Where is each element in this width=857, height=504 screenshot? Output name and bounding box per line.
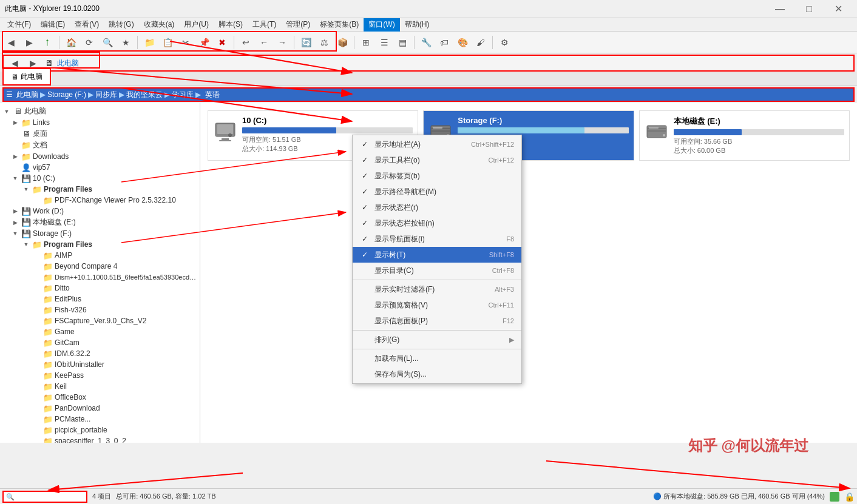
path-storage[interactable]: Storage (F:) bbox=[47, 90, 86, 99]
tab-thispc[interactable]: 🖥 此电脑 bbox=[2, 68, 51, 86]
tree-vip57[interactable]: 👤 vip57 bbox=[0, 162, 200, 173]
tree-fscapture[interactable]: 📁 FSCapture_Ver.9.0_Chs_V2 bbox=[0, 315, 200, 326]
drive-e[interactable]: 本地磁盘 (E:) 可用空间: 35.66 GB 总大小: 60.00 GB bbox=[639, 110, 850, 161]
tree-aimp[interactable]: 📁 AIMP bbox=[0, 250, 200, 261]
new-folder-button[interactable]: 📁 bbox=[141, 34, 158, 51]
path-jianguo[interactable]: 我的坚果云 bbox=[126, 90, 163, 100]
tree-idm[interactable]: 📁 IDM.6.32.2 bbox=[0, 348, 200, 359]
cm-save-layout[interactable]: 保存布局为(S)... bbox=[353, 366, 521, 382]
menu-view[interactable]: 查看(V) bbox=[70, 18, 104, 32]
tree-desktop[interactable]: 🖥 桌面 bbox=[0, 128, 200, 139]
path-synclib[interactable]: 同步库 bbox=[95, 90, 117, 100]
tree-storagef[interactable]: ▼ 💾 Storage (F:) bbox=[0, 228, 200, 239]
home-button[interactable]: 🏠 bbox=[63, 34, 80, 51]
delete-button[interactable]: ✖ bbox=[214, 34, 231, 51]
tree-thispc[interactable]: ▼ 🖥 此电脑 bbox=[0, 106, 200, 117]
menu-config[interactable]: 管理(P) bbox=[281, 18, 315, 32]
color-button[interactable]: 🎨 bbox=[454, 34, 471, 51]
arrow-left-button[interactable]: ← bbox=[256, 34, 273, 51]
path-thispc[interactable]: 此电脑 bbox=[16, 90, 38, 100]
tree-spacesniffer[interactable]: 📁 spacesniffer_1_3_0_2 bbox=[0, 435, 200, 443]
statusbar-search[interactable] bbox=[2, 491, 87, 503]
menu-file[interactable]: 文件(F) bbox=[2, 18, 36, 32]
archive-button[interactable]: 📦 bbox=[334, 34, 351, 51]
forward-button[interactable]: ▶ bbox=[21, 34, 38, 51]
menu-help[interactable]: 帮助(H) bbox=[400, 18, 435, 32]
cm-show-nav[interactable]: ✓ 显示导航面板(i) F8 bbox=[353, 231, 521, 247]
tree-fishv326[interactable]: 📁 Fish-v326 bbox=[0, 304, 200, 315]
cm-show-tabs[interactable]: ✓ 显示标签页(b) bbox=[353, 168, 521, 184]
tree-ditto[interactable]: 📁 Ditto bbox=[0, 283, 200, 294]
filter-button[interactable]: 🔧 bbox=[418, 34, 435, 51]
tree-gitcam[interactable]: 📁 GitCam bbox=[0, 337, 200, 348]
sync-button[interactable]: 🔄 bbox=[297, 34, 314, 51]
menu-window[interactable]: 窗口(W) bbox=[364, 18, 399, 32]
menu-edit[interactable]: 编辑(E) bbox=[36, 18, 70, 32]
undo-button[interactable]: ↩ bbox=[237, 34, 254, 51]
menu-user[interactable]: 用户(U) bbox=[179, 18, 214, 32]
cm-show-status[interactable]: ✓ 显示状态栏(r) bbox=[353, 200, 521, 215]
path-studylib[interactable]: 学习库 bbox=[172, 90, 194, 100]
tree-documents[interactable]: 📁 文档 bbox=[0, 139, 200, 151]
cm-show-preview[interactable]: 显示预览窗格(V) Ctrl+F11 bbox=[353, 297, 521, 313]
drive-c-bar-container bbox=[242, 127, 413, 133]
close-button[interactable]: ✕ bbox=[824, 0, 852, 18]
tree-pcmaster[interactable]: 📁 PCMaste... bbox=[0, 414, 200, 425]
cm-arrange[interactable]: 排列(G) ▶ bbox=[353, 332, 521, 348]
cm-show-addr[interactable]: ✓ 显示地址栏(A) Ctrl+Shift+F12 bbox=[353, 136, 521, 152]
tree-workd[interactable]: ▶ 💾 Work (D:) bbox=[0, 206, 200, 217]
tree-beyondcompare[interactable]: 📁 Beyond Compare 4 bbox=[0, 261, 200, 272]
tree-10c[interactable]: ▼ 💾 10 (C:) bbox=[0, 173, 200, 184]
menu-favorites[interactable]: 收藏夹(a) bbox=[139, 18, 180, 32]
cut-button[interactable]: ✂ bbox=[177, 34, 194, 51]
refresh-button[interactable]: ⟳ bbox=[81, 34, 98, 51]
tree-keil[interactable]: 📁 Keil bbox=[0, 381, 200, 392]
cm-show-tree[interactable]: ✓ 显示树(T) Shift+F8 bbox=[353, 247, 521, 263]
cm-show-dir[interactable]: 显示目录(C) Ctrl+F8 bbox=[353, 263, 521, 278]
menu-tabs[interactable]: 标签页集(B) bbox=[315, 18, 364, 32]
menu-script[interactable]: 脚本(S) bbox=[214, 18, 248, 32]
cm-load-layout[interactable]: 加载布局(L)... bbox=[353, 351, 521, 366]
star-button[interactable]: ★ bbox=[117, 34, 134, 51]
cm-show-info[interactable]: 显示信息面板(P) F12 bbox=[353, 313, 521, 329]
tree-panel: ▼ 🖥 此电脑 ▶ 📁 Links 🖥 桌面 📁 文档 ▶ 📁 Download… bbox=[0, 103, 200, 443]
tree-programfiles-c[interactable]: ▼ 📁 Program Files bbox=[0, 184, 200, 195]
tree-pandownload[interactable]: 📁 PanDownload bbox=[0, 403, 200, 414]
list-button[interactable]: ☰ bbox=[376, 34, 393, 51]
detail-button[interactable]: ▤ bbox=[394, 34, 411, 51]
path-english[interactable]: 英语 bbox=[203, 90, 222, 100]
cm-show-toolbar[interactable]: ✓ 显示工具栏(o) Ctrl+F12 bbox=[353, 152, 521, 168]
arrow-right-button[interactable]: → bbox=[274, 34, 291, 51]
tree-officebox[interactable]: 📁 OfficeBox bbox=[0, 392, 200, 403]
maximize-button[interactable]: □ bbox=[795, 0, 823, 18]
tree-programfiles-f[interactable]: ▼ 📁 Program Files bbox=[0, 239, 200, 250]
tree-downloads[interactable]: ▶ 📁 Downloads bbox=[0, 151, 200, 162]
back-button[interactable]: ◀ bbox=[2, 34, 19, 51]
tree-pdfxchange[interactable]: 📁 PDF-XChange Viewer Pro 2.5.322.10 bbox=[0, 195, 200, 206]
tree-editplus[interactable]: 📁 EditPlus bbox=[0, 294, 200, 304]
settings-button[interactable]: ⚙ bbox=[496, 34, 513, 51]
tree-dism[interactable]: 📁 Dism++10.1.1000.51B_6feef5fa1ea53930ec… bbox=[0, 272, 200, 283]
cm-show-realtime[interactable]: 显示实时过滤器(F) Alt+F3 bbox=[353, 281, 521, 297]
main-content: ▼ 🖥 此电脑 ▶ 📁 Links 🖥 桌面 📁 文档 ▶ 📁 Download… bbox=[0, 103, 857, 443]
tree-links[interactable]: ▶ 📁 Links bbox=[0, 117, 200, 128]
copy-button[interactable]: 📋 bbox=[159, 34, 176, 51]
tree-iobituninstaller[interactable]: 📁 IObitUninstaller bbox=[0, 359, 200, 370]
paste-button[interactable]: 📌 bbox=[195, 34, 212, 51]
grid-button[interactable]: ⊞ bbox=[357, 34, 374, 51]
minimize-button[interactable]: — bbox=[766, 0, 794, 18]
tree-locale[interactable]: ▶ 💾 本地磁盘 (E:) bbox=[0, 217, 200, 228]
svg-rect-7 bbox=[431, 130, 450, 132]
compare-button[interactable]: ⚖ bbox=[316, 34, 333, 51]
menu-goto[interactable]: 跳转(G) bbox=[104, 18, 138, 32]
tag-button[interactable]: 🏷 bbox=[436, 34, 453, 51]
cm-show-status-btns[interactable]: ✓ 显示状态栏按钮(n) bbox=[353, 215, 521, 231]
cm-show-pathbar[interactable]: ✓ 显示路径导航栏(M) bbox=[353, 184, 521, 200]
tree-keepass[interactable]: 📁 KeePass bbox=[0, 370, 200, 381]
tree-game[interactable]: 📁 Game bbox=[0, 326, 200, 337]
brush-button[interactable]: 🖌 bbox=[472, 34, 489, 51]
search-button[interactable]: 🔍 bbox=[99, 34, 116, 51]
tree-picpick[interactable]: 📁 picpick_portable bbox=[0, 425, 200, 435]
menu-tools[interactable]: 工具(T) bbox=[248, 18, 281, 32]
up-button[interactable]: ↑ bbox=[39, 34, 56, 51]
